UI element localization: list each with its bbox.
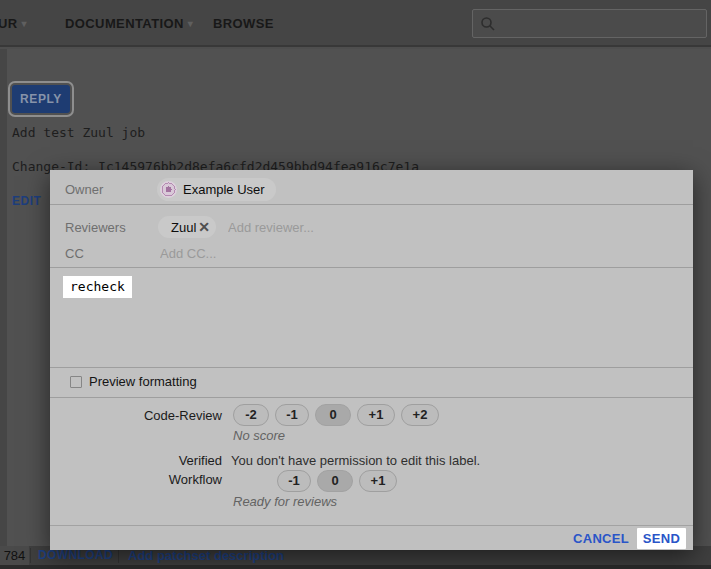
- reply-message-textarea[interactable]: recheck: [50, 268, 693, 367]
- vote-button-minus2[interactable]: -2: [233, 404, 269, 426]
- workflow-label: Workflow: [90, 472, 222, 487]
- bottom-bar-divider: [118, 548, 119, 563]
- edit-link[interactable]: EDIT: [12, 194, 41, 208]
- vote-button-plus2[interactable]: +2: [401, 404, 439, 426]
- send-button[interactable]: SEND: [637, 528, 686, 549]
- page-left-edge: [0, 49, 7, 546]
- reviewer-chip-name: Zuul: [171, 220, 196, 235]
- vote-button-minus1[interactable]: -1: [275, 404, 309, 426]
- vote-button-plus1[interactable]: +1: [357, 404, 395, 426]
- search-icon: [480, 16, 496, 32]
- verified-label: Verified: [90, 453, 222, 468]
- reply-message-text: recheck: [63, 276, 132, 298]
- patch-number-tab[interactable]: 784: [0, 546, 29, 565]
- code-review-votes: -2 -1 0 +1 +2: [233, 404, 439, 426]
- preview-formatting-label: Preview formatting: [89, 374, 197, 389]
- search-box[interactable]: [472, 9, 707, 38]
- reviewer-chip[interactable]: Zuul ✕: [158, 216, 216, 238]
- commit-message: Add test Zuul job Change-Id: Ic145976bb2…: [12, 124, 419, 175]
- workflow-votes: -1 0 +1: [277, 470, 397, 492]
- gerrit-app: UR▾ DOCUMENTATION▾ BROWSE REPLY Add test…: [0, 0, 711, 569]
- dialog-divider: [50, 204, 693, 205]
- dialog-divider: [50, 397, 693, 398]
- caret-down-icon: ▾: [188, 18, 193, 29]
- vote-button-zero[interactable]: 0: [315, 404, 351, 426]
- preview-formatting-checkbox[interactable]: [70, 376, 82, 388]
- owner-chip-name: Example User: [183, 182, 265, 197]
- avatar: [160, 181, 177, 198]
- verified-permission-text: You don't have permission to edit this l…: [231, 453, 480, 468]
- add-reviewer-input[interactable]: [228, 217, 398, 237]
- bottom-bar-divider: [30, 548, 31, 563]
- add-cc-input[interactable]: [160, 243, 330, 263]
- window-bottom-edge: [0, 565, 711, 569]
- nav-item-browse[interactable]: BROWSE: [213, 16, 274, 31]
- remove-reviewer-icon[interactable]: ✕: [198, 219, 210, 235]
- nav-item-your[interactable]: UR▾: [0, 16, 27, 31]
- vote-button-plus1[interactable]: +1: [359, 470, 397, 492]
- owner-label: Owner: [65, 182, 103, 197]
- reply-dialog: Owner Example User Reviewers Zuul ✕ CC r…: [50, 170, 693, 550]
- dialog-footer: CANCEL SEND: [50, 525, 693, 550]
- caret-down-icon: ▾: [22, 18, 27, 29]
- workflow-note: Ready for reviews: [233, 494, 337, 509]
- search-input[interactable]: [501, 11, 701, 36]
- owner-chip[interactable]: Example User: [157, 178, 276, 201]
- vote-button-zero[interactable]: 0: [317, 470, 353, 492]
- cc-label: CC: [65, 246, 84, 261]
- dialog-divider: [50, 367, 693, 368]
- reviewers-label: Reviewers: [65, 220, 126, 235]
- vote-button-minus1[interactable]: -1: [277, 470, 311, 492]
- reply-button[interactable]: REPLY: [12, 85, 70, 113]
- nav-item-documentation[interactable]: DOCUMENTATION▾: [65, 16, 193, 31]
- app-header: UR▾ DOCUMENTATION▾ BROWSE: [0, 0, 711, 47]
- code-review-label: Code-Review: [90, 408, 222, 423]
- cancel-button[interactable]: CANCEL: [573, 531, 629, 546]
- code-review-note: No score: [233, 428, 285, 443]
